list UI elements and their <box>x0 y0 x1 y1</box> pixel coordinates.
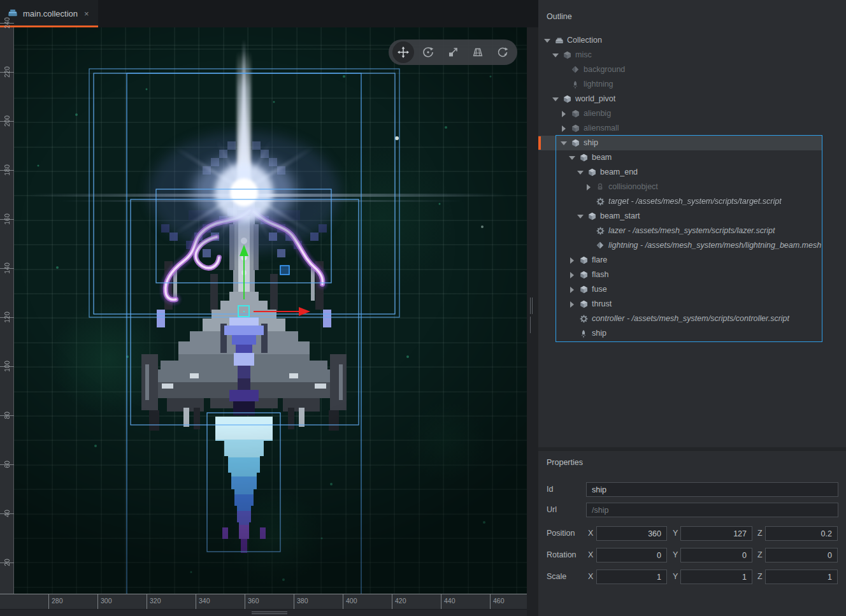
cube-icon <box>580 285 588 294</box>
outline-row-controller[interactable]: controller - /assets/mesh_system/scripts… <box>538 312 822 326</box>
outline-row-misc[interactable]: misc <box>538 48 822 62</box>
scale-y-axis-label: Y <box>673 572 678 581</box>
id-field[interactable] <box>586 482 838 497</box>
scale-z-field[interactable] <box>765 569 838 584</box>
scene-viewport[interactable] <box>0 27 527 594</box>
scale-tool-button[interactable] <box>442 41 464 63</box>
outline-row-ship[interactable]: ship <box>538 326 822 341</box>
outline-row-ship[interactable]: ship <box>538 136 822 150</box>
reset-camera-icon <box>496 46 509 59</box>
chevron-down-icon[interactable] <box>577 213 584 220</box>
ruler-tick <box>343 594 343 610</box>
position-z-field[interactable] <box>765 526 838 541</box>
outline-row-collisionobject[interactable]: collisionobject <box>538 180 822 194</box>
rotation-y-field[interactable] <box>680 548 752 562</box>
outline-row-beam[interactable]: beam <box>538 150 822 165</box>
position-x-field[interactable] <box>596 526 667 541</box>
gear-icon <box>596 227 605 235</box>
scale-y-field[interactable] <box>680 569 752 584</box>
ruler-tick <box>245 594 245 610</box>
outline-row-label: world_pivot <box>575 94 615 103</box>
outline-row-flash[interactable]: flash <box>538 268 822 282</box>
scene-handle-square[interactable] <box>280 266 289 275</box>
selected-row-marker <box>538 136 541 150</box>
outline-row-label: lightning - /assets/mesh_system/mesh/lig… <box>608 241 821 250</box>
gizmo-x-arrowhead[interactable] <box>299 307 310 316</box>
scene-pane: main.collection × <box>0 0 538 616</box>
outline-row-aliensmall[interactable]: aliensmall <box>538 121 822 136</box>
bright-star <box>395 136 399 140</box>
mesh-icon <box>571 66 579 73</box>
outline-row-beam_start[interactable]: beam_start <box>538 209 822 224</box>
reset-camera-tool-button[interactable] <box>492 41 513 63</box>
move-tool-button[interactable] <box>392 41 414 63</box>
scale-label: Scale <box>547 572 566 581</box>
ruler-label: 40 <box>3 504 11 523</box>
chevron-down-icon[interactable] <box>552 96 559 103</box>
outline-row-fuse[interactable]: fuse <box>538 282 822 297</box>
outline-row-alienbig[interactable]: alienbig <box>538 106 822 121</box>
horizontal-splitter-handle[interactable] <box>252 612 287 615</box>
chevron-right-icon[interactable] <box>585 184 592 190</box>
chevron-right-icon[interactable] <box>561 111 567 117</box>
tab-main-collection[interactable]: main.collection × <box>0 0 98 27</box>
outline-row-label: ship <box>584 138 598 147</box>
move-icon <box>397 46 410 59</box>
outline-row-thrust[interactable]: thrust <box>538 297 822 312</box>
panel-divider[interactable] <box>538 447 846 451</box>
chevron-down-icon[interactable] <box>552 52 559 59</box>
rotate-tool-button[interactable] <box>417 41 439 63</box>
outline-row-target[interactable]: target - /assets/mesh_system/scripts/tar… <box>538 194 822 209</box>
ruler-tick <box>97 594 98 610</box>
outline-row-lightning[interactable]: lightning - /assets/mesh_system/mesh/lig… <box>538 238 822 253</box>
url-field[interactable] <box>586 503 838 517</box>
outline-row-background[interactable]: background <box>538 62 822 77</box>
outline-row-label: flash <box>592 270 608 279</box>
outline-row-label: ship <box>592 329 606 338</box>
chevron-right-icon[interactable] <box>569 287 575 293</box>
pane-divider[interactable] <box>527 27 538 616</box>
chevron-down-icon[interactable] <box>544 38 550 44</box>
right-panel: Outline Collectionmiscbackgroundlightnin… <box>538 0 846 616</box>
outline-row-beam_end[interactable]: beam_end <box>538 165 822 180</box>
scene-canvas[interactable] <box>0 27 527 594</box>
ruler-tick <box>48 594 49 610</box>
position-y-field[interactable] <box>680 526 752 541</box>
chevron-right-icon[interactable] <box>569 301 575 308</box>
chevron-right-icon[interactable] <box>569 257 575 264</box>
position-z-axis-label: Z <box>757 529 763 538</box>
cube-icon <box>588 168 596 176</box>
vertical-ruler: 24022020018016014012010080604020 <box>0 27 14 594</box>
gear-icon <box>596 197 605 206</box>
outline-row-label: aliensmall <box>584 124 619 133</box>
outline-row-label: lazer - /assets/mesh_system/scripts/laze… <box>608 226 775 235</box>
outline-row-label: collisionobject <box>608 182 658 191</box>
scale-x-field[interactable] <box>596 569 667 584</box>
viewport-bottom-strip <box>0 609 538 616</box>
chevron-down-icon[interactable] <box>569 155 575 161</box>
tab-bar: main.collection × <box>0 0 538 27</box>
thrust-flame <box>215 414 274 553</box>
chevron-right-icon[interactable] <box>561 125 567 132</box>
vertical-splitter-handle[interactable] <box>530 297 535 314</box>
outline-row-Collection[interactable]: Collection <box>538 33 822 48</box>
chevron-down-icon[interactable] <box>561 140 567 147</box>
frustum-tool-button[interactable] <box>467 41 489 63</box>
outline-row-label: controller - /assets/mesh_system/scripts… <box>592 314 789 323</box>
chevron-right-icon[interactable] <box>569 272 575 278</box>
outline-row-label: beam_end <box>600 168 638 176</box>
outline-row-flare[interactable]: flare <box>538 253 822 268</box>
outline-header: Outline <box>547 12 572 21</box>
close-icon[interactable]: × <box>84 9 89 18</box>
outline-row-lightning[interactable]: lightning <box>538 77 822 92</box>
viewport-toolbar <box>389 39 517 65</box>
outline-row-lazer[interactable]: lazer - /assets/mesh_system/scripts/laze… <box>538 224 822 238</box>
rotation-x-field[interactable] <box>596 548 667 562</box>
rotation-z-field[interactable] <box>765 548 838 562</box>
ruler-label: 60 <box>3 455 11 474</box>
outline-row-world_pivot[interactable]: world_pivot <box>538 92 822 106</box>
position-label: Position <box>547 529 575 538</box>
chevron-down-icon[interactable] <box>577 169 584 176</box>
particlefx-icon <box>571 80 579 89</box>
ruler-tick <box>294 594 294 610</box>
